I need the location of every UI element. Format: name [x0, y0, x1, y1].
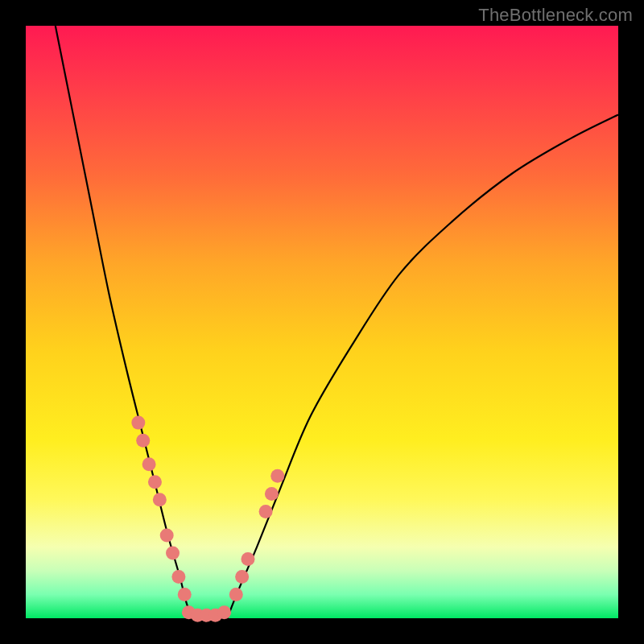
watermark-text: TheBottleneck.com	[478, 5, 633, 26]
data-point	[153, 493, 167, 506]
data-point	[270, 469, 284, 483]
data-point	[235, 570, 249, 584]
data-point	[242, 552, 255, 566]
data-point	[171, 570, 185, 584]
data-markers	[131, 416, 284, 622]
chart-frame: TheBottleneck.com	[0, 0, 644, 644]
plot-area	[26, 26, 618, 618]
data-point	[166, 547, 180, 560]
data-point	[131, 416, 145, 430]
data-point	[265, 487, 279, 501]
data-point	[142, 457, 156, 471]
chart-svg	[26, 26, 618, 618]
data-point	[259, 505, 273, 518]
bottleneck-curve	[56, 26, 618, 618]
data-point	[229, 588, 243, 601]
data-point	[217, 605, 231, 619]
data-point	[148, 475, 162, 489]
data-point	[136, 434, 150, 448]
data-point	[178, 588, 192, 601]
data-point	[160, 528, 174, 542]
